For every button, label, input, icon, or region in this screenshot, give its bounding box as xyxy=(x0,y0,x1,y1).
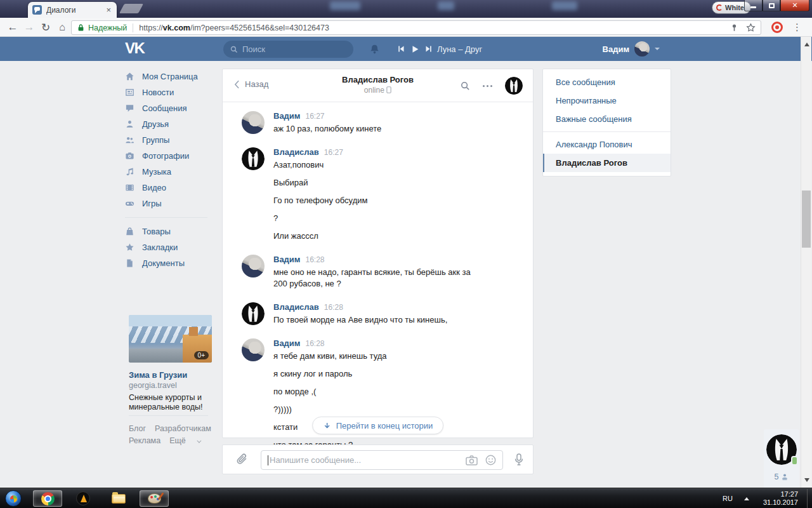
filter-all-messages[interactable]: Все сообщения xyxy=(543,73,671,91)
security-label[interactable]: Надежный xyxy=(88,23,127,32)
scroll-down-icon[interactable] xyxy=(804,478,809,485)
emoji-icon[interactable] xyxy=(485,455,496,465)
sidebar-item-my-page[interactable]: Моя Страница xyxy=(125,69,218,84)
sidebar-item-news[interactable]: Новости xyxy=(125,84,218,100)
sidebar-item-messages[interactable]: Сообщения xyxy=(125,100,218,116)
message-author[interactable]: Вадим xyxy=(273,111,300,121)
taskbar-aimp-button[interactable] xyxy=(69,490,98,507)
vk-logo[interactable]: VK xyxy=(125,39,144,57)
chrome-menu-icon[interactable]: ⋮ xyxy=(792,20,802,34)
message-input[interactable]: Напишите сообщение... xyxy=(261,450,503,470)
conversation-item[interactable]: Александр Попович xyxy=(543,135,671,154)
friend-icon xyxy=(125,119,134,129)
ad-title[interactable]: Зима в Грузии xyxy=(129,370,187,380)
home-icon[interactable]: ⌂ xyxy=(55,20,70,35)
left-sidebar: Моя Страница Новости Сообщения Друзья Гр… xyxy=(125,69,218,271)
bookmark-star-icon[interactable] xyxy=(746,23,756,32)
search-icon xyxy=(230,46,238,53)
message-text: я тебе дам киви, кинешь туда xyxy=(273,351,387,362)
footer-links: БлогРазработчикам РекламаЕщё xyxy=(129,424,218,445)
vk-favicon-icon xyxy=(32,5,42,15)
message-author[interactable]: Владислав xyxy=(273,302,319,312)
sidebar-item-friends[interactable]: Друзья xyxy=(125,116,218,132)
message-text: ? xyxy=(273,213,367,224)
message-author[interactable]: Владислав xyxy=(273,147,319,157)
address-bar[interactable]: Надежный https://vk.com/im?peers=4525615… xyxy=(71,20,761,35)
ad-image[interactable]: 0+ xyxy=(129,315,212,363)
sidebar-item-games[interactable]: Игры xyxy=(125,196,218,211)
account-name: Вадим xyxy=(603,44,629,54)
avatar[interactable] xyxy=(242,255,265,277)
player-next-icon[interactable] xyxy=(425,37,433,61)
message-author[interactable]: Вадим xyxy=(273,338,300,348)
hidden-icons-chevron[interactable] xyxy=(744,495,749,500)
ad-domain: georgia.travel xyxy=(129,381,177,390)
notifications-bell-icon[interactable] xyxy=(369,37,380,61)
news-icon xyxy=(125,88,134,97)
message-text: По твоей морде на Аве видно что ты кинеш… xyxy=(273,314,447,326)
footer-link-ads[interactable]: Реклама xyxy=(129,436,160,445)
taskbar-chrome-button[interactable] xyxy=(33,490,62,507)
jump-to-end-button[interactable]: Перейти в конец истории xyxy=(312,417,444,434)
photo-icon[interactable] xyxy=(466,455,478,465)
avatar[interactable] xyxy=(242,302,265,325)
new-tab-button[interactable] xyxy=(119,4,143,13)
forward-icon[interactable]: → xyxy=(22,20,37,35)
now-playing-track[interactable]: Луна – Друг xyxy=(437,37,482,61)
avatar[interactable] xyxy=(242,338,265,361)
footer-divider xyxy=(129,415,208,416)
conversation-item-selected[interactable]: Владислав Рогов xyxy=(543,154,671,172)
close-button[interactable]: ✕ xyxy=(780,0,809,11)
show-desktop-button[interactable] xyxy=(807,488,812,508)
browser-tab[interactable]: Диалоги × xyxy=(28,2,117,18)
voice-message-icon[interactable] xyxy=(514,453,524,467)
message-group: Владислав16:28 По твоей морде на Аве вид… xyxy=(242,302,520,326)
back-icon[interactable]: ← xyxy=(5,20,20,35)
footer-link-developers[interactable]: Разработчикам xyxy=(155,424,211,433)
avatar[interactable] xyxy=(242,111,265,134)
sidebar-item-photos[interactable]: Фотографии xyxy=(125,148,218,164)
sidebar-item-groups[interactable]: Группы xyxy=(125,132,218,148)
avatar[interactable] xyxy=(242,147,265,170)
tray-time: 17:27 xyxy=(763,490,798,498)
filter-important[interactable]: Важные сообщения xyxy=(543,110,671,128)
tab-close-icon[interactable]: × xyxy=(105,5,112,15)
taskbar-paint-button[interactable] xyxy=(140,490,169,507)
page-scrollbar[interactable] xyxy=(801,37,811,488)
scrollbar-thumb[interactable] xyxy=(802,190,811,248)
omnibox-pin-icon[interactable] xyxy=(730,23,738,32)
chat-peer-avatar[interactable] xyxy=(505,77,523,95)
sidebar-item-music[interactable]: Музыка xyxy=(125,164,218,180)
sidebar-item-documents[interactable]: Документы xyxy=(125,255,218,271)
account-menu[interactable]: Вадим xyxy=(603,37,660,61)
peer-widget-avatar[interactable] xyxy=(766,434,797,465)
star-icon xyxy=(125,243,134,252)
start-button[interactable] xyxy=(5,490,22,507)
search-icon[interactable] xyxy=(461,81,470,91)
target-extension-icon[interactable] xyxy=(771,22,783,33)
player-prev-icon[interactable] xyxy=(397,37,405,61)
age-badge: 0+ xyxy=(194,351,209,359)
footer-link-more[interactable]: Ещё xyxy=(169,436,200,445)
sidebar-item-video[interactable]: Видео xyxy=(125,180,218,196)
attach-icon[interactable] xyxy=(235,453,248,467)
sidebar-item-bookmarks[interactable]: Закладки xyxy=(125,239,218,255)
scroll-up-icon[interactable] xyxy=(804,40,809,46)
viewers-count[interactable]: 5 xyxy=(764,472,799,481)
more-actions-icon[interactable] xyxy=(483,85,492,87)
sidebar-item-goods[interactable]: Товары xyxy=(125,224,218,239)
message-author[interactable]: Вадим xyxy=(273,255,300,264)
clock[interactable]: 17:27 31.10.2017 xyxy=(763,490,798,507)
taskbar-explorer-button[interactable] xyxy=(104,490,133,507)
chrome-icon xyxy=(41,492,55,505)
refresh-icon[interactable]: ↻ xyxy=(38,20,53,35)
language-indicator[interactable]: RU xyxy=(723,495,733,502)
minimize-button[interactable] xyxy=(744,0,763,11)
taskbar: RU 17:27 31.10.2017 xyxy=(0,488,812,508)
filter-unread[interactable]: Непрочитанные xyxy=(543,91,671,110)
vk-search-input[interactable]: Поиск xyxy=(223,41,353,58)
player-play-icon[interactable] xyxy=(411,37,419,61)
footer-link-blog[interactable]: Блог xyxy=(129,424,146,433)
url-text[interactable]: https://vk.com/im?peers=452561546&sel=43… xyxy=(139,23,725,32)
maximize-button[interactable] xyxy=(763,0,780,11)
